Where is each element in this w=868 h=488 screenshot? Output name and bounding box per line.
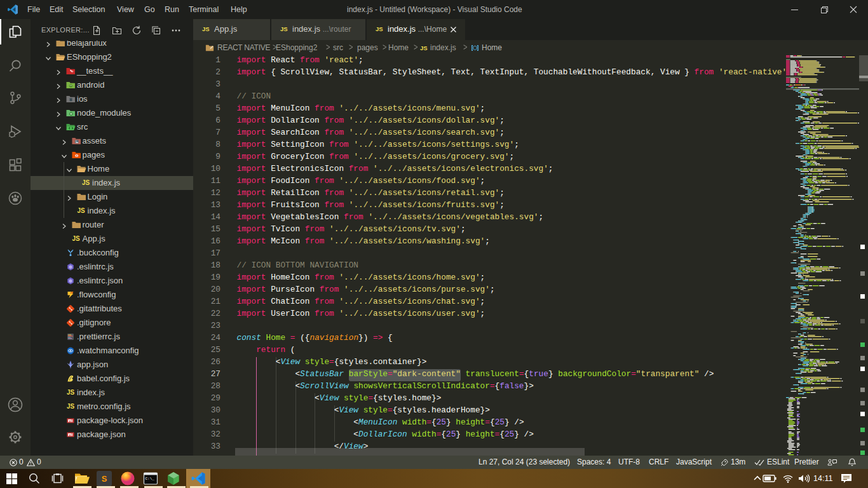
svg-text:S: S (102, 474, 107, 484)
svg-text:C:\_: C:\_ (146, 477, 155, 481)
